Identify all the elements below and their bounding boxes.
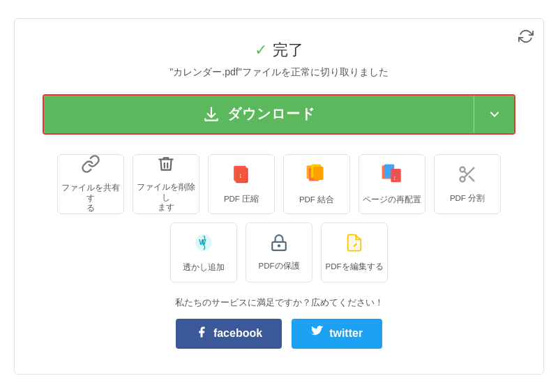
- facebook-icon: [195, 326, 208, 342]
- title-text: 完了: [273, 40, 303, 61]
- link-icon: [81, 154, 100, 177]
- svg-text:↕: ↕: [239, 172, 242, 179]
- tool-split-label: PDF 分割: [450, 193, 485, 204]
- lock-icon: [270, 234, 288, 255]
- facebook-button[interactable]: facebook: [176, 319, 282, 349]
- twitter-label: twitter: [329, 327, 363, 340]
- check-icon: ✓: [255, 41, 267, 59]
- svg-rect-7: [313, 166, 323, 179]
- tool-page-reorder[interactable]: ↕ ページの再配置: [359, 154, 425, 214]
- tool-delete-file[interactable]: ファイルを削除します: [133, 154, 199, 214]
- svg-line-16: [464, 171, 467, 174]
- tool-share-file[interactable]: ファイルを共有する: [57, 154, 124, 214]
- tool-pdf-edit[interactable]: PDFを編集する: [321, 223, 388, 282]
- main-container: ✓ 完了 "カレンダー.pdf"ファイルを正常に切り取りました ダウンロード: [14, 18, 544, 375]
- edit-icon: [345, 233, 364, 256]
- tool-pdf-compress[interactable]: ↕ PDF 圧縮: [208, 154, 275, 214]
- trash-icon: [157, 155, 175, 176]
- tool-edit-label: PDFを編集する: [326, 262, 384, 272]
- compress-icon: ↕: [231, 164, 252, 188]
- tool-watermark-label: 透かし追加: [183, 262, 225, 273]
- download-bar: ダウンロード: [43, 94, 515, 135]
- chevron-down-icon: [488, 107, 502, 121]
- svg-point-20: [278, 245, 280, 246]
- tool-watermark[interactable]: W 透かし追加: [170, 223, 237, 282]
- download-label: ダウンロード: [227, 105, 315, 123]
- tool-protect-label: PDFの保護: [259, 261, 300, 271]
- tool-merge-label: PDF 結合: [299, 195, 334, 205]
- download-icon: [202, 105, 220, 123]
- svg-line-15: [469, 176, 474, 180]
- success-subtitle: "カレンダー.pdf"ファイルを正常に切り取りました: [43, 66, 515, 79]
- merge-icon: [306, 163, 328, 189]
- share-section: 私たちのサービスに満足ですか？広めてください！ facebook twitter: [43, 296, 515, 349]
- tools-grid: ファイルを共有する ファイルを削除します ↕: [43, 154, 515, 282]
- tool-pdf-merge[interactable]: PDF 結合: [283, 154, 350, 214]
- scissors-icon: [458, 165, 477, 188]
- refresh-icon[interactable]: [518, 29, 534, 47]
- twitter-icon: [311, 326, 324, 342]
- tool-compress-label: PDF 圧縮: [224, 194, 259, 204]
- twitter-button[interactable]: twitter: [292, 319, 382, 349]
- tool-pdf-protect[interactable]: PDFの保護: [246, 223, 312, 282]
- share-label: 私たちのサービスに満足ですか？広めてください！: [43, 296, 515, 309]
- share-buttons: facebook twitter: [43, 319, 515, 349]
- tool-delete-label: ファイルを削除します: [133, 182, 199, 213]
- tool-pdf-split[interactable]: PDF 分割: [434, 154, 501, 214]
- svg-text:↕: ↕: [393, 174, 396, 181]
- facebook-label: facebook: [213, 327, 262, 340]
- download-button[interactable]: ダウンロード: [44, 96, 474, 133]
- success-title: ✓ 完了: [43, 40, 515, 61]
- reorder-icon: ↕: [381, 163, 403, 189]
- download-dropdown-button[interactable]: [474, 96, 514, 133]
- tool-reorder-label: ページの再配置: [363, 195, 421, 205]
- watermark-icon: W: [193, 232, 214, 257]
- tool-share-label: ファイルを共有する: [58, 183, 123, 214]
